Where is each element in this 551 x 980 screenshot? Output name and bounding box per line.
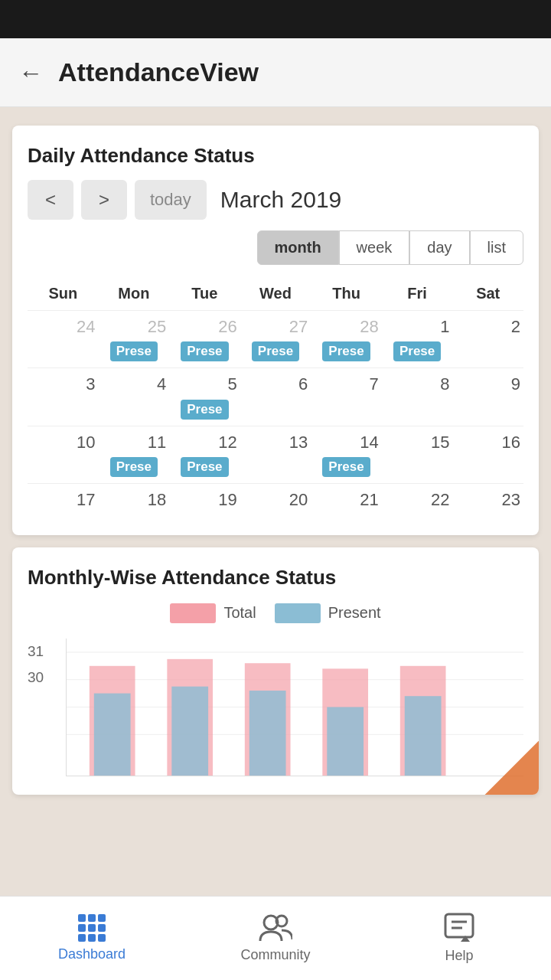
chart-legend: Total Present: [28, 603, 523, 623]
table-row[interactable]: 20: [240, 484, 311, 517]
toggle-month-button[interactable]: month: [257, 230, 339, 265]
table-row[interactable]: 27Prese: [240, 311, 311, 368]
table-row[interactable]: 9: [452, 368, 523, 426]
view-toggle: month week day list: [28, 230, 523, 265]
month-label: March 2019: [220, 187, 341, 213]
y-label-30: 30: [28, 665, 44, 691]
table-row[interactable]: 6: [240, 368, 311, 426]
svg-rect-5: [94, 693, 131, 775]
dashboard-label: Dashboard: [58, 946, 126, 962]
weekday-tue: Tue: [169, 277, 240, 311]
main-content: Daily Attendance Status < > today March …: [0, 107, 551, 896]
back-button[interactable]: ←: [18, 60, 43, 85]
table-row[interactable]: 28Prese: [311, 311, 382, 368]
table-row[interactable]: 12Prese: [169, 426, 240, 483]
weekday-fri: Fri: [382, 277, 453, 311]
header: ← AttendanceView: [0, 38, 551, 107]
table-row[interactable]: 4: [99, 368, 170, 426]
table-row[interactable]: 26Prese: [169, 311, 240, 368]
calendar-table: Sun Mon Tue Wed Thu Fri Sat 2425Prese26P…: [28, 277, 523, 517]
table-row[interactable]: 16: [452, 426, 523, 483]
toggle-list-button[interactable]: list: [470, 230, 523, 265]
table-row[interactable]: 13: [240, 426, 311, 483]
table-row[interactable]: 21: [311, 484, 382, 517]
table-row[interactable]: 14Prese: [311, 426, 382, 483]
svg-rect-11: [327, 707, 364, 776]
nav-item-dashboard[interactable]: Dashboard: [0, 914, 184, 962]
weekday-sat: Sat: [452, 277, 523, 311]
svg-rect-7: [171, 686, 208, 775]
help-label: Help: [445, 948, 473, 964]
table-row[interactable]: 8: [382, 368, 453, 426]
table-row[interactable]: 24: [28, 311, 99, 368]
page-title: AttendanceView: [58, 57, 259, 87]
chart-bars: [66, 639, 523, 776]
table-row[interactable]: 2: [452, 311, 523, 368]
daily-attendance-card: Daily Attendance Status < > today March …: [12, 126, 539, 535]
svg-rect-9: [249, 691, 286, 776]
legend-present-box: [275, 603, 321, 623]
daily-card-title: Daily Attendance Status: [28, 144, 523, 168]
table-row[interactable]: 11Prese: [99, 426, 170, 483]
prev-month-button[interactable]: <: [28, 180, 73, 220]
calendar-nav-row: < > today March 2019: [28, 180, 523, 220]
legend-total: Total: [170, 603, 256, 623]
table-row[interactable]: 3: [28, 368, 99, 426]
svg-rect-13: [405, 696, 442, 776]
legend-present: Present: [275, 603, 381, 623]
table-row[interactable]: 5Prese: [169, 368, 240, 426]
table-row[interactable]: 7: [311, 368, 382, 426]
weekday-sun: Sun: [28, 277, 99, 311]
chart-y-axis: 31 30: [28, 639, 44, 776]
legend-total-box: [170, 603, 216, 623]
toggle-week-button[interactable]: week: [339, 230, 410, 265]
bottom-navigation: Dashboard Community Help: [0, 896, 551, 980]
monthly-chart: 31 30: [28, 639, 523, 776]
y-label-31: 31: [28, 639, 44, 665]
weekday-wed: Wed: [240, 277, 311, 311]
monthly-attendance-card: Monthly-Wise Attendance Status Total Pre…: [12, 547, 539, 795]
legend-present-label: Present: [328, 604, 381, 622]
toggle-day-button[interactable]: day: [409, 230, 469, 265]
help-icon: [444, 913, 474, 943]
monthly-card-title: Monthly-Wise Attendance Status: [28, 566, 523, 590]
nav-item-community[interactable]: Community: [184, 913, 367, 963]
weekday-thu: Thu: [311, 277, 382, 311]
dashboard-icon: [78, 914, 106, 942]
table-row[interactable]: 10: [28, 426, 99, 483]
table-row[interactable]: 1Prese: [382, 311, 453, 368]
table-row[interactable]: 15: [382, 426, 453, 483]
status-bar: [0, 0, 551, 38]
table-row[interactable]: 22: [382, 484, 453, 517]
nav-item-help[interactable]: Help: [367, 913, 551, 964]
legend-total-label: Total: [223, 604, 256, 622]
next-month-button[interactable]: >: [81, 180, 127, 220]
table-row[interactable]: 18: [99, 484, 170, 517]
table-row[interactable]: 19: [169, 484, 240, 517]
community-label: Community: [240, 947, 310, 963]
weekday-mon: Mon: [99, 277, 170, 311]
today-button[interactable]: today: [135, 180, 207, 220]
svg-rect-16: [445, 914, 473, 937]
table-row[interactable]: 25Prese: [99, 311, 170, 368]
table-row[interactable]: 23: [452, 484, 523, 517]
table-row[interactable]: 17: [28, 484, 99, 517]
chart-svg: [67, 639, 523, 776]
community-icon: [259, 913, 292, 942]
